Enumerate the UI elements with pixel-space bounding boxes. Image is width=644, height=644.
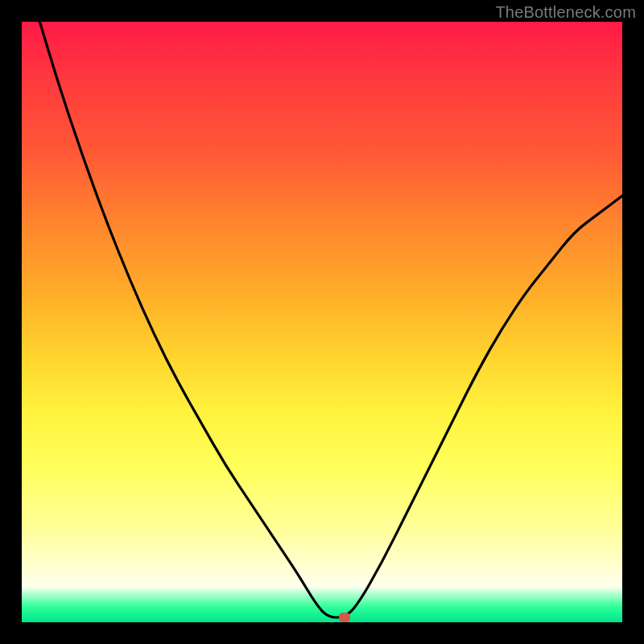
watermark-text: TheBottleneck.com xyxy=(495,3,636,22)
plot-area xyxy=(22,22,622,622)
optimal-point-marker xyxy=(339,613,350,622)
chart-frame: TheBottleneck.com xyxy=(0,0,644,644)
bottleneck-curve-path xyxy=(39,22,622,617)
curve-svg xyxy=(22,22,622,622)
